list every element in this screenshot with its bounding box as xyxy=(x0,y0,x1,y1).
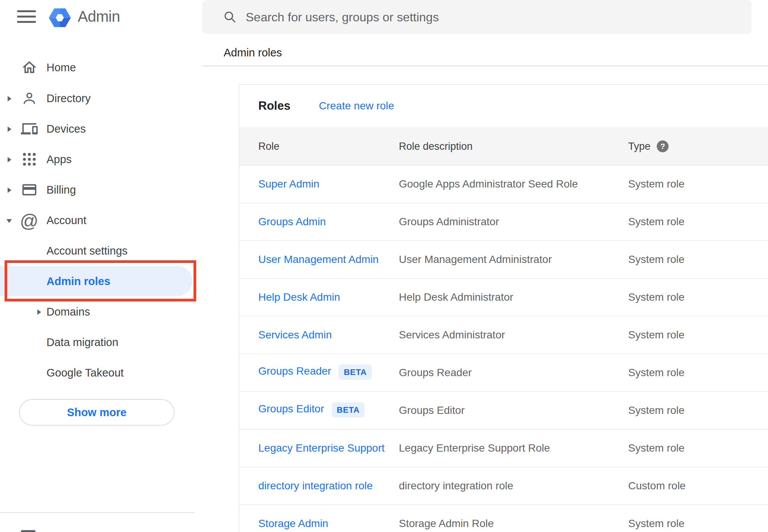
role-description: Legacy Enterprise Support Role xyxy=(399,442,550,454)
sidebar-item-account[interactable]: @ Account xyxy=(0,205,202,236)
role-description: Groups Editor xyxy=(399,404,465,417)
red-annotation-box xyxy=(5,260,196,301)
sidebar-item-google-takeout[interactable]: Google Takeout xyxy=(0,357,202,388)
role-link[interactable]: Services Admin xyxy=(258,329,332,341)
table-row: Help Desk Admin Help Desk Administrator … xyxy=(239,278,768,316)
beta-badge: BETA xyxy=(339,364,371,380)
search-input[interactable] xyxy=(245,0,723,35)
table-row: Groups ReaderBETA Groups Reader System r… xyxy=(239,354,768,391)
chevron-right-icon[interactable] xyxy=(8,127,11,132)
sidebar-item-devices[interactable]: Devices xyxy=(0,114,202,144)
column-header-description: Role description xyxy=(399,140,473,152)
role-description: Help Desk Administrator xyxy=(399,291,513,303)
create-new-role-link[interactable]: Create new role xyxy=(319,100,394,112)
apps-grid-icon xyxy=(21,151,38,168)
help-icon[interactable]: ? xyxy=(657,140,669,152)
role-type: System role xyxy=(628,178,685,190)
role-type: System role xyxy=(628,518,685,530)
content-divider xyxy=(202,66,768,66)
roles-card-header: Roles Create new role xyxy=(239,85,768,127)
at-sign-icon: @ xyxy=(20,210,38,231)
roles-title: Roles xyxy=(258,99,290,113)
role-type: Custom role xyxy=(628,480,686,492)
role-link[interactable]: Super Admin xyxy=(258,178,319,190)
role-link[interactable]: Groups Editor xyxy=(258,403,324,415)
admin-console-screen: Admin Home Directory Devices xyxy=(0,0,768,532)
show-more-button[interactable]: Show more xyxy=(19,399,174,426)
role-link[interactable]: directory integration role xyxy=(258,480,373,492)
table-row: Legacy Enterprise Support Legacy Enterpr… xyxy=(239,429,768,467)
role-link[interactable]: User Management Admin xyxy=(258,253,379,266)
search-bar xyxy=(202,0,752,34)
role-type: System role xyxy=(628,442,685,454)
chevron-right-icon[interactable] xyxy=(37,309,41,315)
role-description: Google Apps Administrator Seed Role xyxy=(399,178,578,190)
devices-icon xyxy=(21,120,38,137)
chevron-right-icon[interactable] xyxy=(8,157,11,162)
chevron-right-icon[interactable] xyxy=(8,187,11,193)
role-type: System role xyxy=(628,367,685,379)
table-row: Storage Admin Storage Admin Role System … xyxy=(239,505,768,532)
search-icon xyxy=(223,10,237,24)
role-type: System role xyxy=(628,404,685,417)
role-link[interactable]: Storage Admin xyxy=(258,518,328,530)
beta-badge: BETA xyxy=(332,402,365,417)
table-header-row: Role Role description Type ? xyxy=(239,127,768,165)
chevron-right-icon[interactable] xyxy=(8,96,11,101)
table-row: Services Admin Services Administrator Sy… xyxy=(239,316,768,354)
person-icon xyxy=(21,90,38,107)
credit-card-icon xyxy=(21,181,38,198)
role-description: Groups Reader xyxy=(399,367,472,379)
home-icon xyxy=(21,59,38,76)
menu-hamburger-icon[interactable] xyxy=(17,10,36,23)
role-type: System role xyxy=(628,291,685,303)
chevron-down-icon[interactable] xyxy=(6,219,12,223)
sidebar-item-directory[interactable]: Directory xyxy=(0,83,202,114)
role-link[interactable]: Help Desk Admin xyxy=(258,291,340,303)
product-title: Admin xyxy=(78,8,120,25)
sidebar-divider xyxy=(0,512,194,513)
table-row: Groups EditorBETA Groups Editor System r… xyxy=(239,391,768,429)
roles-card: Roles Create new role Role Role descript… xyxy=(239,84,768,532)
breadcrumb: Admin roles xyxy=(224,46,282,59)
role-link[interactable]: Groups Admin xyxy=(258,216,326,228)
sidebar-item-apps[interactable]: Apps xyxy=(0,144,202,175)
sidebar-item-billing[interactable]: Billing xyxy=(0,175,202,205)
role-description: Services Administrator xyxy=(399,329,505,341)
role-description: Groups Administrator xyxy=(399,216,499,228)
table-row: Super Admin Google Apps Administrator Se… xyxy=(239,165,768,203)
table-row: User Management Admin User Management Ad… xyxy=(239,240,768,278)
role-description: directory integration role xyxy=(399,480,513,492)
role-link[interactable]: Legacy Enterprise Support xyxy=(258,442,385,454)
role-link[interactable]: Groups Reader xyxy=(258,365,331,377)
role-type: System role xyxy=(628,253,685,266)
column-header-role: Role xyxy=(258,140,280,152)
role-type: System role xyxy=(628,216,685,228)
sidebar-item-data-migration[interactable]: Data migration xyxy=(0,327,202,357)
role-type: System role xyxy=(628,329,685,341)
role-description: User Management Administrator xyxy=(399,253,552,266)
clipped-nav-icon xyxy=(21,530,35,532)
table-row: directory integration role directory int… xyxy=(239,467,768,505)
column-header-type: Type xyxy=(628,140,651,152)
admin-logo-icon xyxy=(49,8,71,28)
role-description: Storage Admin Role xyxy=(399,518,494,530)
table-row: Groups Admin Groups Administrator System… xyxy=(239,203,768,240)
sidebar-item-home[interactable]: Home xyxy=(0,52,202,83)
